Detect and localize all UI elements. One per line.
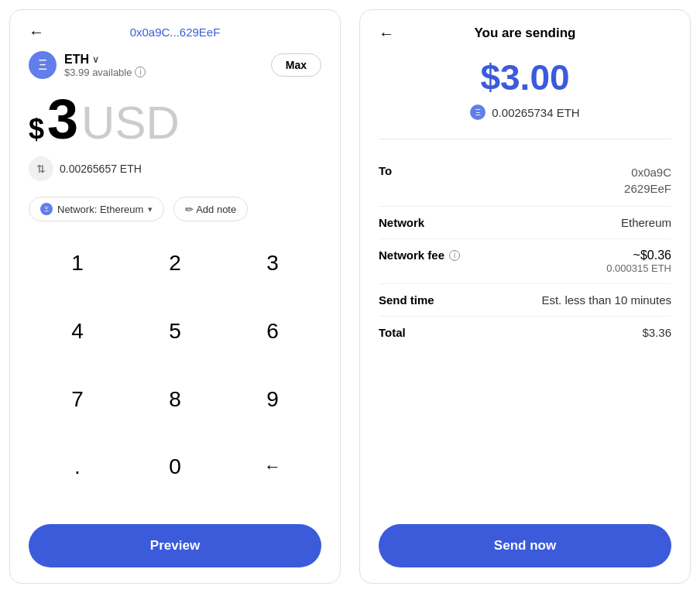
numpad-backspace-button[interactable]: ← xyxy=(224,444,321,490)
numpad-key-8[interactable]: 8 xyxy=(126,376,224,423)
options-row: Ξ Network: Ethereum ▾ ✏ Add note xyxy=(29,197,321,221)
to-address: 0x0a9C 2629EeF xyxy=(624,164,671,197)
numpad-key-5[interactable]: 5 xyxy=(126,308,224,355)
network-value: Ethereum xyxy=(621,216,671,229)
fee-label: Network fee xyxy=(379,249,444,262)
divider xyxy=(379,139,671,139)
token-name[interactable]: ETH ∨ xyxy=(64,53,146,67)
swap-icon-button[interactable]: ⇅ xyxy=(29,156,53,181)
numpad-key-dot[interactable]: . xyxy=(29,444,126,490)
fee-label-row: Network fee i xyxy=(379,249,460,262)
eth-amount: 0.00265657 ETH xyxy=(60,163,142,175)
send-time-label: Send time xyxy=(379,293,434,307)
numpad-key-2[interactable]: 2 xyxy=(126,240,224,286)
available-info-icon[interactable]: i xyxy=(135,67,146,77)
sending-eth-row: Ξ 0.00265734 ETH xyxy=(379,105,671,120)
token-info: Ξ ETH ∨ $3.99 available i xyxy=(29,51,146,79)
max-button[interactable]: Max xyxy=(271,53,321,77)
back-button-left[interactable]: ← xyxy=(29,23,44,41)
to-label: To xyxy=(379,164,392,177)
network-button[interactable]: Ξ Network: Ethereum ▾ xyxy=(29,197,164,221)
dollar-sign: $ xyxy=(29,113,44,146)
back-button-right[interactable]: ← xyxy=(379,25,394,43)
right-panel: ← You are sending $3.00 Ξ 0.00265734 ETH… xyxy=(359,9,691,584)
total-label: Total xyxy=(379,326,406,339)
left-header: ← 0x0a9C...629EeF xyxy=(29,26,321,39)
token-chevron-icon: ∨ xyxy=(92,54,99,65)
preview-button[interactable]: Preview xyxy=(29,524,321,567)
total-value: $3.36 xyxy=(642,326,671,339)
page-title: You are sending xyxy=(475,26,576,41)
network-eth-icon: Ξ xyxy=(40,203,53,215)
numpad-key-0[interactable]: 0 xyxy=(126,444,224,490)
fee-info-icon[interactable]: i xyxy=(449,250,460,261)
numpad: 1 2 3 4 5 6 7 8 9 . 0 ← xyxy=(29,240,321,512)
fee-value: ~$0.36 0.000315 ETH xyxy=(606,249,671,274)
numpad-key-6[interactable]: 6 xyxy=(224,308,321,355)
sending-eth-value: 0.00265734 ETH xyxy=(492,106,579,119)
right-header: ← You are sending xyxy=(379,26,671,41)
numpad-key-3[interactable]: 3 xyxy=(224,240,321,286)
eth-icon: Ξ xyxy=(29,51,57,79)
details-table: To 0x0a9C 2629EeF Network Ethereum Netwo… xyxy=(379,155,671,509)
amount-number: 3 xyxy=(47,91,78,147)
network-label: Network xyxy=(379,216,424,229)
token-text: ETH ∨ $3.99 available i xyxy=(64,53,146,78)
token-available: $3.99 available i xyxy=(64,67,146,78)
numpad-key-1[interactable]: 1 xyxy=(29,240,126,286)
send-now-button[interactable]: Send now xyxy=(379,524,671,567)
left-panel: ← 0x0a9C...629EeF Ξ ETH ∨ $3.99 availabl… xyxy=(9,9,341,584)
fee-row: Network fee i ~$0.36 0.000315 ETH xyxy=(379,239,671,284)
send-time-row: Send time Est. less than 10 minutes xyxy=(379,284,671,317)
numpad-key-9[interactable]: 9 xyxy=(224,376,321,423)
network-row: Network Ethereum xyxy=(379,207,671,239)
add-note-button[interactable]: ✏ Add note xyxy=(173,197,248,221)
eth-equivalent-row: ⇅ 0.00265657 ETH xyxy=(29,156,321,181)
send-time-value: Est. less than 10 minutes xyxy=(541,293,671,307)
fee-eth-value: 0.000315 ETH xyxy=(606,262,671,274)
sending-usd-value: $3.00 xyxy=(379,57,671,98)
sending-eth-icon: Ξ xyxy=(470,105,486,120)
to-row: To 0x0a9C 2629EeF xyxy=(379,155,671,207)
token-row: Ξ ETH ∨ $3.99 available i Max xyxy=(29,51,321,79)
network-chevron-icon: ▾ xyxy=(148,204,153,214)
amount-currency: USD xyxy=(81,100,180,146)
numpad-key-7[interactable]: 7 xyxy=(29,376,126,423)
total-row: Total $3.36 xyxy=(379,317,671,348)
wallet-address[interactable]: 0x0a9C...629EeF xyxy=(130,26,221,39)
numpad-key-4[interactable]: 4 xyxy=(29,308,126,355)
sending-amount: $3.00 xyxy=(379,57,671,98)
amount-display: $ 3 USD xyxy=(29,91,321,147)
